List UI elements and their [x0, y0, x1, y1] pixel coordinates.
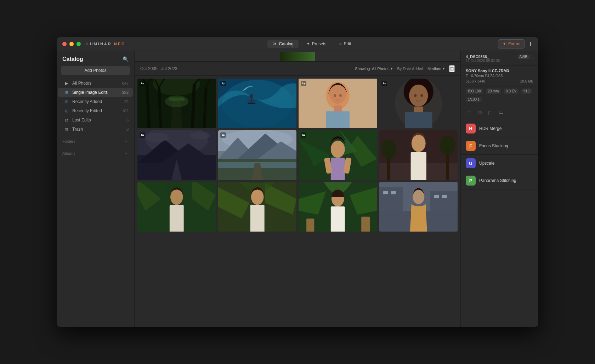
focus-icon: F: [466, 141, 476, 151]
photo-grid: ⇆: [135, 76, 460, 327]
photo-surf[interactable]: ⇆: [218, 79, 297, 128]
share-button[interactable]: ⬆: [528, 41, 533, 47]
photo-row-2: ⇆: [137, 130, 458, 180]
svg-rect-81: [391, 191, 396, 194]
sidebar-item-recently-edited[interactable]: ⊞ Recently Edited 102: [58, 106, 133, 115]
logo-neo: NEO: [114, 42, 126, 46]
file-size: 20,6 MB: [520, 79, 533, 83]
svg-point-25: [334, 94, 336, 97]
svg-line-8: [192, 84, 194, 128]
compare-button[interactable]: ⇆: [498, 108, 505, 117]
photo-dark-trees[interactable]: ⇆: [137, 79, 216, 128]
photo-man-jungle2[interactable]: [218, 182, 297, 232]
adjust-icon-2: ⇆: [220, 81, 226, 86]
view-label: Medium: [427, 67, 441, 71]
svg-line-2: [147, 84, 149, 128]
sidebar-item-all-photos[interactable]: ▶ All Photos 847: [58, 79, 133, 88]
photo-woman1[interactable]: ⇆: [299, 79, 377, 128]
svg-point-33: [414, 94, 416, 97]
copy-button[interactable]: ⧉: [477, 108, 483, 117]
sidebar-item-trash[interactable]: 🗑 Trash 0: [58, 125, 133, 134]
top-photo-preview: [280, 52, 315, 61]
dimensions: 5168 x 3448: [466, 79, 485, 83]
recently-edited-label: Recently Edited: [72, 108, 119, 113]
camera-model: SONY Sony ILCE-7RM3: [466, 69, 533, 73]
sidebar-item-single-image-edits[interactable]: ⊞ Single Image Edits 382: [58, 88, 133, 97]
extras-icon: ✦: [503, 41, 506, 46]
toolbar-right: Showing: All Photos ▾ By Date Added Medi…: [355, 65, 455, 72]
app-logo: LUMINAR NEO: [86, 42, 126, 46]
nav-catalog[interactable]: 🗂 Catalog: [267, 40, 298, 48]
photo-woman2[interactable]: ⇆: [379, 79, 458, 128]
svg-point-32: [409, 85, 428, 107]
minimize-button[interactable]: [69, 42, 74, 46]
sort-label: By Date Added: [397, 67, 423, 71]
photo-mountain2[interactable]: ⇆: [218, 130, 297, 180]
svg-rect-70: [250, 205, 264, 232]
grid-view-button[interactable]: ⊞: [449, 65, 455, 72]
photo-man-jungle1[interactable]: [137, 182, 216, 232]
svg-rect-36: [404, 112, 432, 128]
title-bar-right: ✦ Extras ⬆: [498, 39, 533, 49]
sidebar-item-recently-added[interactable]: ⊞ Recently Added 29: [58, 97, 133, 106]
svg-rect-72: [306, 218, 314, 232]
svg-rect-82: [434, 195, 439, 198]
feature-hdr-merge[interactable]: H HDR Merge: [461, 120, 538, 137]
panorama-icon: P: [466, 176, 476, 186]
svg-point-59: [411, 135, 425, 152]
photo-man1[interactable]: [379, 130, 458, 180]
photo-mountain1[interactable]: ⇆: [137, 130, 216, 180]
search-icon[interactable]: 🔍: [123, 56, 129, 62]
svg-point-66: [170, 189, 183, 205]
add-album-button[interactable]: ＋: [124, 150, 129, 157]
edit-icon: ≡: [339, 41, 341, 46]
adjust-icon-6: ⇆: [220, 132, 226, 138]
svg-point-34: [420, 94, 423, 97]
photo-man-jungle3[interactable]: [299, 182, 377, 232]
hdr-label: HDR Merge: [479, 126, 502, 131]
lost-edits-icon: 🗂: [64, 117, 69, 123]
add-photos-button[interactable]: Add Photos: [61, 66, 130, 75]
edit-label: Edit: [344, 41, 351, 46]
photo-row-3: [137, 182, 458, 232]
close-button[interactable]: [62, 42, 67, 46]
svg-point-43: [191, 132, 210, 140]
showing-chevron: ▾: [391, 66, 393, 71]
file-info-left: 4_DSC9336_ 11 Oct 2020 09:02:05: [466, 55, 500, 63]
file-date: 11 Oct 2020 09:02:05: [466, 59, 500, 63]
adjust-icon-3: ⇆: [301, 81, 306, 86]
showing-dropdown[interactable]: Showing: All Photos ▾: [355, 66, 393, 71]
svg-rect-21: [248, 103, 255, 104]
sidebar-header: Catalog 🔍: [57, 51, 134, 66]
albums-label: Albums: [62, 151, 75, 155]
content-toolbar: Oct 2009 - Jul 2023 Showing: All Photos …: [135, 62, 460, 76]
paste-button[interactable]: ⬚: [487, 108, 494, 117]
photo-woman-street[interactable]: [379, 182, 458, 232]
folders-label: Folders: [62, 139, 75, 143]
top-strip: [135, 51, 460, 62]
add-folder-button[interactable]: ＋: [124, 138, 129, 144]
favorite-button[interactable]: ♡: [466, 108, 473, 117]
albums-section-header: Albums ＋: [57, 146, 134, 158]
presets-icon: ✦: [306, 41, 310, 46]
sidebar-item-lost-edits[interactable]: 🗂 Lost Edits 6: [58, 115, 133, 125]
view-select[interactable]: Medium ▾: [427, 66, 445, 71]
meta-shutter: 1/100 s: [466, 97, 482, 102]
nav-presets[interactable]: ✦ Presets: [301, 40, 332, 48]
content-area: Oct 2009 - Jul 2023 Showing: All Photos …: [135, 51, 460, 327]
extras-button[interactable]: ✦ Extras: [498, 39, 525, 49]
feature-upscale[interactable]: U Upscale: [461, 155, 538, 172]
recently-added-icon: ⊞: [64, 99, 69, 104]
upscale-label: Upscale: [479, 161, 494, 166]
panorama-label: Panorama Stitching: [479, 178, 516, 183]
svg-rect-28: [326, 111, 350, 128]
feature-panorama[interactable]: P Panorama Stitching: [461, 172, 538, 189]
photo-jungle-woman[interactable]: ⇆: [299, 130, 377, 180]
focus-label: Focus Stacking: [479, 143, 508, 148]
nav-edit[interactable]: ≡ Edit: [334, 40, 356, 48]
feature-focus-stacking[interactable]: F Focus Stacking: [461, 137, 538, 155]
fullscreen-button[interactable]: [76, 42, 81, 46]
view-chevron: ▾: [443, 66, 445, 71]
adjust-icon-5: ⇆: [140, 132, 145, 138]
trash-label: Trash: [72, 127, 124, 132]
